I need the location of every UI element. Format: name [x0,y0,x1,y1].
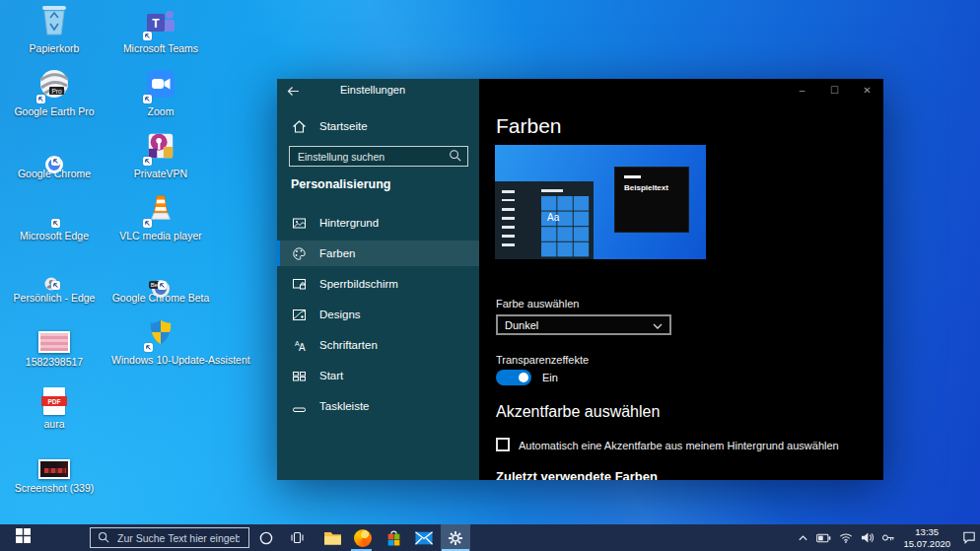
desktop-icon-microsoft-edge[interactable]: Microsoft Edge [5,193,104,241]
shortcut-arrow-icon [143,157,152,166]
taskbar-clock[interactable]: 13:35 15.07.2020 [903,526,950,550]
cortana-button[interactable] [251,524,281,551]
gear-icon [448,530,463,546]
desktop-icon-label: aura [5,418,104,430]
window-controls: – ☐ ✕ [786,79,883,101]
sidebar-item-fonts[interactable]: AA Schriftarten [277,332,479,358]
microsoft-teams-icon: T [146,8,175,39]
sidebar-item-label: Taskleiste [319,400,370,412]
start-button[interactable] [0,524,45,551]
firefox-button[interactable] [348,524,378,551]
svg-text:T: T [152,17,160,31]
back-button[interactable] [287,83,300,101]
sidebar-item-lockscreen[interactable]: Sperrbildschirm [277,271,479,297]
desktop-icon-aura-pdf[interactable]: PDF aura [5,381,104,430]
sidebar-item-label: Start [319,370,343,381]
clock-time: 13:35 [903,526,950,538]
window-title: Einstellungen [340,84,405,96]
sidebar-item-label: Hintergrund [319,217,379,229]
system-tray: 13:35 15.07.2020 [798,524,976,551]
color-mode-dropdown[interactable]: Dunkel [496,314,671,335]
minimize-button[interactable]: – [786,79,818,101]
sidebar-item-colors[interactable]: Farben [277,241,479,266]
pdf-file-icon: PDF [43,387,65,415]
desktop-icon-label: Persönlich - Edge [5,292,104,304]
desktop-icon-zoom[interactable]: Zoom [111,69,210,117]
desktop-icon-privatevpn[interactable]: PrivateVPN [111,131,210,179]
taskbar-search-box[interactable] [90,527,249,548]
page-title: Farben [496,114,562,138]
sidebar-item-label: Farben [319,247,355,259]
settings-taskbar-button[interactable] [441,524,470,551]
preview-start-menu: Aa [495,181,594,259]
preview-tiles: Aa [541,196,590,257]
themes-icon [291,307,307,322]
file-explorer-button[interactable] [317,524,347,551]
sidebar-item-home[interactable]: Startseite [277,113,479,139]
desktop-icon-label: 1582398517 [5,356,104,368]
shortcut-arrow-icon [143,219,152,228]
vpn-key-icon[interactable] [881,532,895,543]
wifi-icon[interactable] [839,532,853,543]
taskbar: 13:35 15.07.2020 [0,524,980,551]
desktop-icon-google-earth-pro[interactable]: Pro Google Earth Pro [5,69,104,117]
shortcut-arrow-icon [51,281,60,290]
desktop-icon-chrome-beta[interactable]: Beta Google Chrome Beta [111,255,210,304]
desktop-icon-recycle-bin[interactable]: Papierkorb [5,6,104,54]
preview-sample-window: Beispieltext [614,167,689,233]
sidebar-item-themes[interactable]: Designs [277,302,479,327]
desktop-icon-label: Windows 10-Update-Assistent [111,354,210,366]
settings-search-box[interactable] [289,146,468,167]
close-button[interactable]: ✕ [851,79,883,101]
image-thumbnail-icon [38,331,70,353]
desktop-icon-update-assistant[interactable]: Windows 10-Update-Assistent [111,317,210,366]
google-earth-icon: Pro [39,69,69,103]
transparency-label: Transparenzeffekte [496,354,589,366]
microsoft-store-icon [385,529,402,546]
sidebar-item-label: Schriftarten [319,339,378,351]
search-icon [449,148,461,166]
windows-logo-icon [16,528,31,547]
desktop: Papierkorb T Microsoft Teams Pro Google … [0,0,980,551]
sidebar-item-start[interactable]: Start [277,363,479,388]
toggle-state-label: Ein [542,372,558,383]
shortcut-arrow-icon [36,95,45,103]
desktop-icon-image-1582398517[interactable]: 1582398517 [5,319,104,368]
preview-tile-label: Aa [547,212,559,223]
pro-badge: Pro [51,88,62,95]
sidebar-item-taskbar[interactable]: Taskleiste [277,393,479,419]
volume-icon[interactable] [861,532,874,543]
action-center-icon[interactable] [962,531,976,544]
task-view-button[interactable] [282,524,312,551]
firefox-icon [354,529,372,547]
mail-button[interactable] [409,524,439,551]
desktop-icon-label: Screenshot (339) [5,482,104,494]
maximize-button[interactable]: ☐ [818,79,851,101]
desktop-icon-personal-edge[interactable]: Persönlich - Edge [5,255,104,304]
sidebar-item-background[interactable]: Hintergrund [277,210,479,236]
settings-search-input[interactable] [296,150,449,164]
shortcut-arrow-icon [51,219,60,228]
clock-date: 15.07.2020 [903,538,950,550]
palette-icon [291,245,307,261]
battery-icon[interactable] [816,533,831,543]
home-icon [291,118,307,134]
desktop-icon-label: Microsoft Teams [111,42,210,54]
settings-window: Einstellungen Startseite Personalisierun… [277,79,883,480]
desktop-icon-screenshot-339[interactable]: Screenshot (339) [5,446,104,494]
desktop-icon-label: VLC media player [111,230,210,241]
desktop-icon-microsoft-teams[interactable]: T Microsoft Teams [111,6,210,54]
taskbar-search-input[interactable] [115,531,242,545]
preview-sample-text: Beispieltext [624,183,668,192]
windows-update-shield-icon [147,317,175,351]
lockscreen-icon [291,276,307,292]
microsoft-store-button[interactable] [379,524,408,551]
desktop-icon-google-chrome[interactable]: Google Chrome [5,131,104,179]
transparency-toggle[interactable] [496,370,531,385]
accent-auto-checkbox[interactable] [496,438,510,451]
settings-content: Farben Aa Beispieltext Farbe auswählen D… [479,79,883,480]
svg-text:A: A [299,342,306,353]
hidden-icons-chevron[interactable] [798,533,808,542]
color-select-label: Farbe auswählen [496,298,579,310]
desktop-icon-vlc[interactable]: VLC media player [111,193,210,241]
